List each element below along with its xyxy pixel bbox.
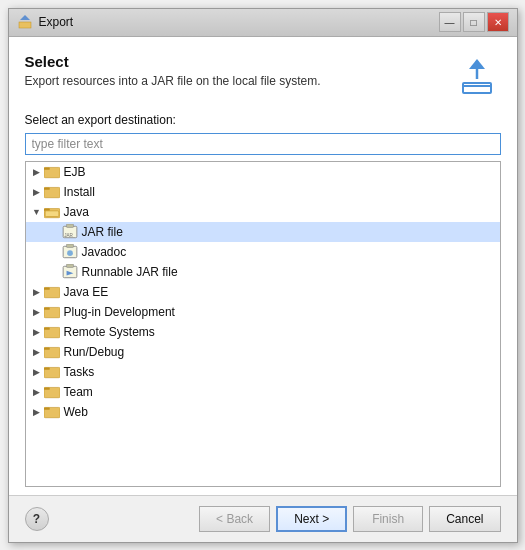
navigation-buttons: < Back Next > Finish Cancel <box>199 506 500 532</box>
item-label: Javadoc <box>82 245 127 259</box>
back-button[interactable]: < Back <box>199 506 270 532</box>
list-item[interactable]: Javadoc <box>26 242 500 262</box>
svg-rect-13 <box>45 210 59 216</box>
list-item[interactable]: ▶ Plug-in Development <box>26 302 500 322</box>
svg-point-19 <box>67 250 73 256</box>
collapse-icon: ▼ <box>30 205 44 219</box>
list-item[interactable]: ▶ Install <box>26 182 500 202</box>
expand-icon: ▶ <box>30 345 44 359</box>
tree-container[interactable]: ▶ EJB ▶ Install ▼ Java <box>25 161 501 487</box>
dialog-description: Export resources into a JAR file on the … <box>25 74 321 88</box>
item-label: Tasks <box>64 365 95 379</box>
item-label: Install <box>64 185 95 199</box>
dialog-title: Select <box>25 53 321 70</box>
list-item[interactable]: ▼ Java <box>26 202 500 222</box>
jar-file-icon: JAR <box>62 224 78 240</box>
item-label: Java <box>64 205 89 219</box>
filter-label: Select an export destination: <box>25 113 501 127</box>
expand-icon: ▶ <box>30 185 44 199</box>
javadoc-icon <box>62 244 78 260</box>
help-button[interactable]: ? <box>25 507 49 531</box>
svg-rect-30 <box>44 347 50 349</box>
list-item[interactable]: ▶ EJB <box>26 162 500 182</box>
window-title: Export <box>39 15 74 29</box>
folder-icon <box>44 284 60 300</box>
svg-rect-18 <box>66 244 73 247</box>
svg-rect-10 <box>44 187 50 189</box>
item-label: Team <box>64 385 93 399</box>
expand-icon: ▶ <box>30 325 44 339</box>
item-label: Run/Debug <box>64 345 125 359</box>
svg-rect-2 <box>23 17 27 20</box>
svg-text:JAR: JAR <box>64 232 73 237</box>
expand-icon: ▶ <box>30 165 44 179</box>
svg-rect-28 <box>44 327 50 329</box>
folder-icon <box>44 364 60 380</box>
list-item[interactable]: ▶ Remote Systems <box>26 322 500 342</box>
svg-rect-24 <box>44 287 50 289</box>
finish-button[interactable]: Finish <box>353 506 423 532</box>
folder-icon <box>44 324 60 340</box>
expand-icon: ▶ <box>30 305 44 319</box>
folder-icon <box>44 184 60 200</box>
item-label: Plug-in Development <box>64 305 175 319</box>
header-icon <box>453 53 501 101</box>
minimize-button[interactable]: — <box>439 12 461 32</box>
titlebar-left: Export <box>17 14 74 30</box>
svg-rect-21 <box>66 264 73 267</box>
svg-rect-12 <box>44 208 50 210</box>
item-label: Runnable JAR file <box>82 265 178 279</box>
upload-icon <box>457 57 497 97</box>
svg-rect-34 <box>44 387 50 389</box>
window-icon <box>17 14 33 30</box>
svg-rect-0 <box>19 22 31 28</box>
item-label: Remote Systems <box>64 325 155 339</box>
expand-icon: ▶ <box>30 365 44 379</box>
folder-icon <box>44 404 60 420</box>
item-label: JAR file <box>82 225 123 239</box>
list-item[interactable]: ▶ Team <box>26 382 500 402</box>
header-text: Select Export resources into a JAR file … <box>25 53 321 88</box>
svg-rect-36 <box>44 407 50 409</box>
list-item[interactable]: ▶ Tasks <box>26 362 500 382</box>
svg-rect-8 <box>44 167 50 169</box>
dialog-content: Select Export resources into a JAR file … <box>9 37 517 495</box>
folder-icon <box>44 304 60 320</box>
list-item[interactable]: ▶ Run/Debug <box>26 342 500 362</box>
svg-rect-3 <box>463 83 491 93</box>
close-button[interactable]: ✕ <box>487 12 509 32</box>
folder-icon <box>44 344 60 360</box>
list-item[interactable]: ▶ Web <box>26 402 500 422</box>
cancel-button[interactable]: Cancel <box>429 506 500 532</box>
folder-open-icon <box>44 204 60 220</box>
runnable-jar-icon <box>62 264 78 280</box>
button-bar: ? < Back Next > Finish Cancel <box>9 495 517 542</box>
item-label: Web <box>64 405 88 419</box>
filter-input[interactable] <box>25 133 501 155</box>
titlebar: Export — □ ✕ <box>9 9 517 37</box>
maximize-button[interactable]: □ <box>463 12 485 32</box>
expand-icon: ▶ <box>30 405 44 419</box>
item-label: Java EE <box>64 285 109 299</box>
expand-icon: ▶ <box>30 285 44 299</box>
svg-rect-15 <box>66 224 73 227</box>
titlebar-controls: — □ ✕ <box>439 12 509 32</box>
svg-rect-32 <box>44 367 50 369</box>
svg-marker-6 <box>469 59 485 69</box>
export-dialog: Export — □ ✕ Select Export resources int… <box>8 8 518 543</box>
item-label: EJB <box>64 165 86 179</box>
list-item[interactable]: JAR JAR file <box>26 222 500 242</box>
folder-icon <box>44 164 60 180</box>
header-section: Select Export resources into a JAR file … <box>25 53 501 101</box>
folder-icon <box>44 384 60 400</box>
svg-rect-26 <box>44 307 50 309</box>
next-button[interactable]: Next > <box>276 506 347 532</box>
list-item[interactable]: ▶ Java EE <box>26 282 500 302</box>
svg-rect-4 <box>463 85 491 87</box>
list-item[interactable]: Runnable JAR file <box>26 262 500 282</box>
expand-icon: ▶ <box>30 385 44 399</box>
